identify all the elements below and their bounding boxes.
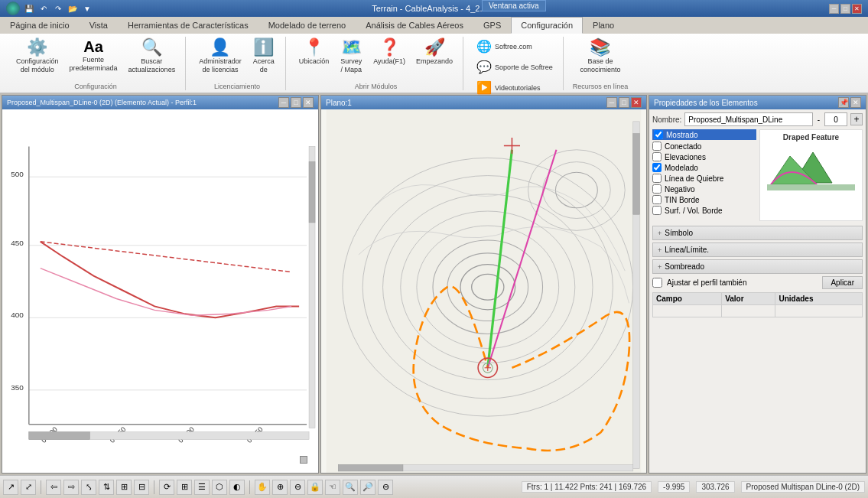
tool-zoom-in[interactable]: ⊕ [272, 480, 288, 495]
section-sombreado[interactable]: + Sombreado [652, 259, 863, 274]
profile-maximize[interactable]: □ [291, 97, 301, 108]
check-mostrado-label: Mostrado [666, 131, 698, 139]
profile-titlebar: Proposed_Multispan_DLine-0 (2D) (Element… [2, 96, 318, 109]
btn-fuente[interactable]: Aa Fuentepredeterminada [66, 37, 122, 75]
btn-soporte-label: Soporte de Softree [495, 63, 553, 71]
info-icon: ℹ️ [253, 39, 274, 56]
btn-softree[interactable]: 🌐 Softree.com [473, 37, 536, 56]
status-bar: ↗ ⤢ ⇦ ⇨ ⤣ ⇅ ⊞ ⊟ ⟳ ⊞ ☰ ⬡ ◐ ✋ ⊕ ⊖ 🔒 ☜ 🔍 🔎 … [0, 475, 868, 498]
btn-buscar[interactable]: 🔍 Buscaractualizaciones [125, 37, 180, 76]
tool-grid[interactable]: ⊞ [177, 480, 192, 495]
section-simbolo[interactable]: + Símbolo [652, 226, 863, 240]
tab-inicio[interactable]: Página de inicio [0, 17, 80, 34]
btn-configuracion-modulo[interactable]: ⚙️ Configuracióndel módulo [12, 37, 63, 76]
check-tin-input[interactable] [652, 195, 662, 204]
tab-gps[interactable]: GPS [473, 17, 511, 34]
close-btn[interactable]: ✕ [852, 4, 862, 14]
check-conectado-input[interactable] [652, 142, 662, 151]
props-pin[interactable]: 📌 [838, 97, 849, 108]
check-negativo-input[interactable] [652, 184, 662, 194]
qa-save[interactable]: 💾 [23, 2, 35, 15]
svg-rect-44 [339, 464, 403, 470]
btn-empezando[interactable]: 🚀 Empezando [412, 37, 457, 68]
name-dash: - [816, 116, 821, 124]
name-input[interactable] [684, 112, 812, 126]
btn-base[interactable]: 📚 Base deconocimiento [576, 37, 624, 76]
btn-ubicacion[interactable]: 📍 Ubicación [295, 37, 333, 68]
tool-zoomout2[interactable]: 🔎 [360, 480, 375, 495]
maximize-btn[interactable]: □ [840, 4, 850, 14]
tab-vista[interactable]: Vista [80, 17, 118, 34]
map-icon: 🗺️ [341, 39, 362, 56]
apply-button[interactable]: Aplicar [822, 276, 863, 289]
tool-rotate[interactable]: ⟳ [159, 480, 174, 495]
location-icon: 📍 [304, 39, 324, 56]
tool-minus[interactable]: ⊖ [378, 480, 393, 495]
tab-plano[interactable]: Plano [583, 17, 624, 34]
name-number[interactable] [824, 112, 847, 126]
check-modelado-input[interactable] [652, 163, 662, 172]
btn-admin-label: Administradorde licencias [199, 57, 242, 74]
tool-zoom-out[interactable]: ⊖ [290, 480, 305, 495]
check-surf-input[interactable] [652, 206, 662, 215]
profile-minimize[interactable]: ─ [278, 97, 289, 108]
qa-more[interactable]: ▼ [81, 2, 93, 15]
tool-back[interactable]: ⇦ [46, 480, 61, 495]
adjust-row: Ajustar el perfil también Aplicar [652, 276, 863, 289]
check-conectado-label: Conectado [665, 142, 701, 151]
status-element-name: Proposed Multispan DLine-0 (2D) [741, 481, 865, 493]
admin-icon: 👤 [210, 39, 230, 56]
tool-polygon[interactable]: ⬡ [212, 480, 227, 495]
map-minimize[interactable]: ─ [606, 97, 617, 108]
btn-survey[interactable]: 🗺️ Survey/ Mapa [336, 37, 366, 76]
add-element-btn[interactable]: + [850, 113, 863, 125]
profile-title: Proposed_Multispan_DLine-0 (2D) (Element… [7, 99, 197, 106]
group-label-recursos: Recursos en línea [573, 83, 629, 90]
tool-hand[interactable]: ☜ [325, 480, 340, 495]
btn-administrador[interactable]: 👤 Administradorde licencias [195, 37, 245, 76]
tool-copy[interactable]: ⊟ [134, 480, 149, 495]
map-close[interactable]: ✕ [631, 97, 642, 108]
tool-move[interactable]: ⇅ [99, 480, 114, 495]
tool-select[interactable]: ⤢ [21, 480, 36, 495]
tool-lock[interactable]: 🔒 [307, 480, 323, 495]
btn-acerca[interactable]: ℹ️ Acercade [249, 37, 279, 76]
qa-open[interactable]: 📂 [67, 2, 79, 15]
tool-shapes[interactable]: ◐ [229, 480, 245, 495]
cell-empty2 [722, 305, 775, 317]
quick-access-toolbar: 💾 ↶ ↷ 📂 ▼ [23, 2, 93, 15]
profile-close[interactable]: ✕ [303, 97, 314, 108]
tab-herramientas[interactable]: Herramientas de Características [118, 17, 258, 34]
qa-undo[interactable]: ↶ [37, 2, 50, 15]
active-window-badge: Ventana activa [482, 0, 546, 11]
adjust-checkbox[interactable] [652, 278, 662, 288]
draped-row: Mostrado Conectado Elevaciones Modelado [652, 129, 863, 221]
svg-rect-0 [2, 124, 318, 459]
btn-ayuda[interactable]: ❓ Ayuda(F1) [369, 37, 409, 68]
section-linea[interactable]: + Línea/Límite. [652, 242, 863, 257]
tool-forward[interactable]: ⇨ [63, 480, 79, 495]
tool-list[interactable]: ☰ [194, 480, 210, 495]
qa-redo[interactable]: ↷ [52, 2, 64, 15]
map-content[interactable] [321, 109, 646, 473]
tab-configuracion[interactable]: Configuración [511, 17, 583, 34]
minimize-btn[interactable]: ─ [829, 4, 839, 14]
tab-analisis[interactable]: Análisis de Cables Aéreos [356, 17, 473, 34]
tool-pan[interactable]: ✋ [255, 480, 270, 495]
map-maximize[interactable]: □ [619, 97, 629, 108]
btn-soporte[interactable]: 💬 Soporte de Softree [473, 57, 557, 76]
btn-softree-label: Softree.com [495, 43, 532, 50]
check-tin: TIN Borde [652, 195, 756, 204]
check-mostrado-input[interactable] [654, 130, 663, 139]
tool-arrow[interactable]: ↗ [3, 480, 18, 495]
tool-zoomin2[interactable]: 🔍 [343, 480, 358, 495]
tab-modelado[interactable]: Modelado de terreno [258, 17, 356, 34]
check-elevaciones-input[interactable] [652, 152, 662, 161]
check-linea-label: Línea de Quiebre [665, 174, 723, 183]
check-linea-input[interactable] [652, 174, 662, 183]
section-linea-label: Línea/Límite. [665, 246, 709, 254]
tool-node[interactable]: ⤣ [81, 480, 96, 495]
props-close[interactable]: ✕ [850, 97, 861, 108]
svg-text:400: 400 [11, 311, 24, 319]
tool-split[interactable]: ⊞ [116, 480, 132, 495]
